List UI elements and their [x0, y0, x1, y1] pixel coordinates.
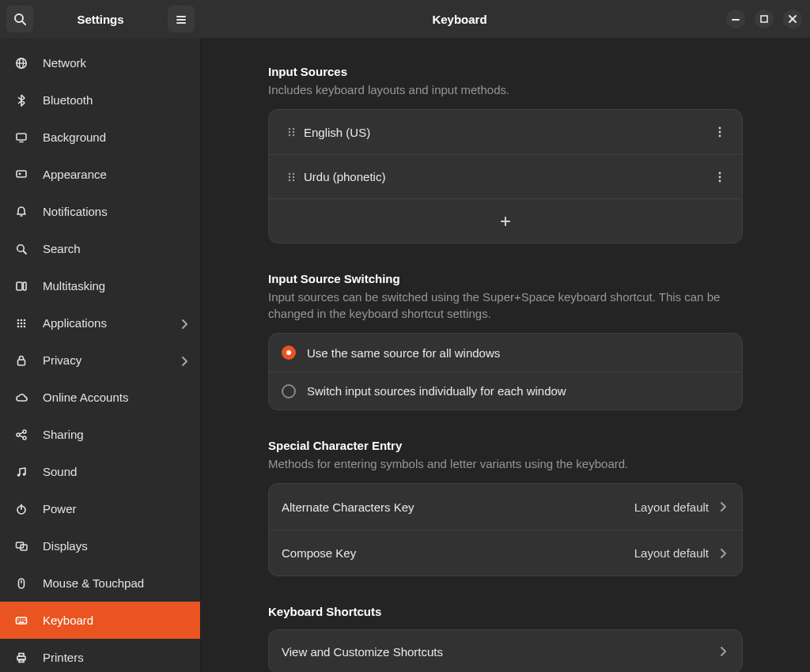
sidebar-item-mouse-touchpad[interactable]: Mouse & Touchpad [0, 564, 200, 602]
row-label: Compose Key [282, 546, 634, 560]
sidebar-item-label: Privacy [43, 353, 164, 367]
main: Input Sources Includes keyboard layouts … [201, 38, 810, 672]
row-label: View and Customize Shortcuts [282, 645, 717, 659]
hamburger-button[interactable] [168, 6, 195, 32]
mouse-icon [14, 577, 28, 590]
sidebar-item-sharing[interactable]: Sharing [0, 416, 200, 453]
share-icon [14, 428, 28, 441]
chevron-right-icon [717, 500, 729, 514]
chevron-right-icon [178, 317, 189, 330]
titlebar-left: Settings [0, 6, 201, 32]
hamburger-icon [175, 13, 187, 25]
drag-handle-icon[interactable] [282, 171, 301, 183]
sidebar-item-keyboard[interactable]: Keyboard [0, 602, 200, 639]
search-button[interactable] [6, 6, 33, 32]
radio-unchecked-icon[interactable] [282, 384, 296, 398]
sidebar-item-label: Bluetooth [43, 93, 189, 107]
sidebar-item-label: Network [43, 56, 189, 70]
input-source-label: English (US) [304, 126, 710, 139]
minimize-icon [729, 13, 742, 25]
kebab-menu-button[interactable] [710, 126, 729, 138]
sidebar-item-sound[interactable]: Sound [0, 453, 200, 490]
sidebar-item-appearance[interactable]: Appearance [0, 156, 200, 193]
chevron-right-icon [717, 644, 729, 659]
kebab-menu-button[interactable] [710, 171, 729, 183]
sidebar-item-online-accounts[interactable]: Online Accounts [0, 379, 200, 416]
search-icon [14, 243, 28, 255]
sidebar-item-label: Power [43, 502, 189, 515]
section-title-special: Special Character Entry [268, 439, 743, 452]
radio-checked-icon[interactable] [282, 345, 296, 360]
appearance-icon [14, 168, 28, 181]
sidebar-item-label: Mouse & Touchpad [43, 576, 189, 590]
close-button[interactable] [783, 9, 802, 28]
switching-option-label: Switch input sources individually for ea… [307, 384, 729, 398]
sidebar-item-label: Applications [43, 316, 164, 330]
input-source-row[interactable]: English (US) [269, 110, 742, 154]
globe-icon [14, 57, 28, 70]
special-list: Alternate Characters Key Layout default … [268, 483, 743, 576]
sidebar-item-label: Sharing [43, 428, 189, 441]
add-input-source-button[interactable] [269, 198, 742, 243]
switching-option-label: Use the same source for all windows [307, 346, 729, 360]
shortcuts-list: View and Customize Shortcuts [268, 629, 743, 672]
sidebar-item-displays[interactable]: Displays [0, 527, 200, 564]
section-title-input-sources: Input Sources [268, 65, 743, 78]
switching-list: Use the same source for all windows Swit… [268, 333, 743, 410]
keyboard-icon [14, 614, 28, 627]
section-subtitle-input-sources: Includes keyboard layouts and input meth… [268, 81, 743, 98]
sidebar-item-label: Sound [43, 465, 189, 478]
sidebar-item-label: Multitasking [43, 279, 189, 293]
section-title-shortcuts: Keyboard Shortcuts [268, 605, 743, 618]
row-label: Alternate Characters Key [282, 500, 634, 514]
sidebar-item-multitasking[interactable]: Multitasking [0, 267, 200, 304]
sidebar-item-label: Appearance [43, 168, 189, 181]
switching-option-same-source[interactable]: Use the same source for all windows [269, 334, 742, 372]
printer-icon [14, 651, 28, 664]
sidebar-item-label: Printers [43, 651, 189, 664]
cloud-icon [14, 391, 28, 404]
sidebar-item-power[interactable]: Power [0, 490, 200, 527]
sidebar-item-network[interactable]: Network [0, 44, 200, 81]
sidebar-item-notifications[interactable]: Notifications [0, 193, 200, 230]
drag-handle-icon[interactable] [282, 126, 301, 138]
sidebar-item-bluetooth[interactable]: Bluetooth [0, 81, 200, 119]
multitask-icon [14, 280, 28, 293]
input-source-row[interactable]: Urdu (phonetic) [269, 154, 742, 198]
sidebar-item-label: Online Accounts [43, 391, 189, 404]
body: NetworkBluetoothBackgroundAppearanceNoti… [0, 38, 810, 672]
switching-option-per-window[interactable]: Switch input sources individually for ea… [269, 372, 742, 410]
window-controls [718, 9, 810, 28]
row-value: Layout default [634, 546, 709, 560]
titlebar: Settings Keyboard [0, 0, 810, 38]
minimize-button[interactable] [726, 9, 745, 28]
plus-icon [499, 215, 512, 228]
lock-icon [14, 354, 28, 367]
page-title: Keyboard [201, 13, 718, 26]
content: Input Sources Includes keyboard layouts … [252, 38, 759, 672]
chevron-right-icon [717, 546, 729, 561]
section-subtitle-special: Methods for entering symbols and letter … [268, 455, 743, 472]
sidebar-item-search[interactable]: Search [0, 230, 200, 267]
displays-icon [14, 540, 28, 553]
bell-icon [14, 206, 28, 218]
sidebar: NetworkBluetoothBackgroundAppearanceNoti… [0, 38, 201, 672]
maximize-button[interactable] [755, 9, 774, 28]
sidebar-item-label: Background [43, 130, 189, 144]
maximize-icon [758, 13, 770, 25]
display-icon [14, 131, 28, 144]
sidebar-item-label: Keyboard [43, 613, 189, 627]
input-sources-list: English (US)Urdu (phonetic) [268, 109, 743, 244]
music-icon [14, 466, 28, 478]
section-title-switching: Input Source Switching [268, 272, 743, 285]
compose-key-row[interactable]: Compose Key Layout default [269, 530, 742, 576]
sidebar-item-label: Displays [43, 539, 189, 553]
sidebar-item-applications[interactable]: Applications [0, 304, 200, 342]
row-value: Layout default [634, 500, 709, 514]
sidebar-item-background[interactable]: Background [0, 119, 200, 156]
sidebar-item-printers[interactable]: Printers [0, 639, 200, 672]
sidebar-item-privacy[interactable]: Privacy [0, 342, 200, 379]
alternate-characters-row[interactable]: Alternate Characters Key Layout default [269, 484, 742, 530]
view-shortcuts-row[interactable]: View and Customize Shortcuts [269, 630, 742, 672]
app-title: Settings [38, 13, 163, 26]
